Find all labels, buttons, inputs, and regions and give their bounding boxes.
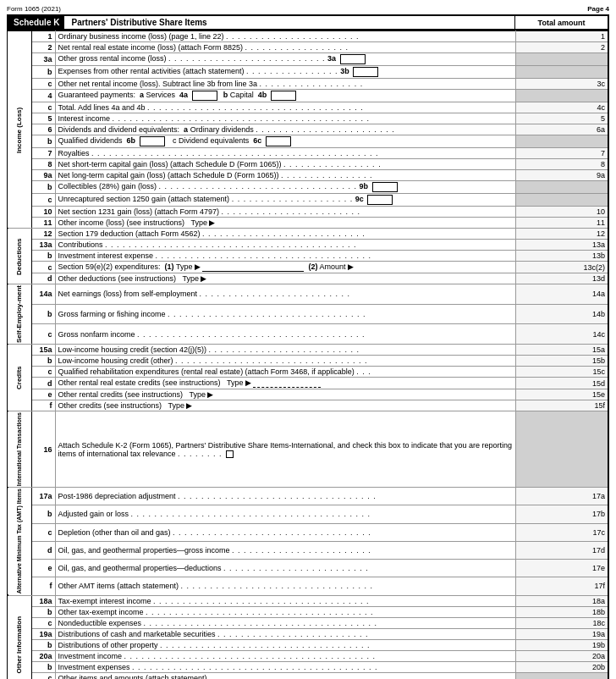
amount-1: 1 [515,31,608,42]
row-desc-16: Attach Schedule K-2 (Form 1065), Partner… [55,411,515,488]
row-num-7: 7 [31,148,55,159]
table-row: b Collectibles (28%) gain (loss) . . . .… [8,181,608,194]
input-9b[interactable] [372,182,398,192]
input-9c[interactable] [367,195,393,205]
section-credits-label: Credits [8,345,31,411]
input-3a[interactable] [340,54,366,64]
row-num-2: 2 [31,42,55,53]
row-num-13b: b [31,251,55,262]
table-row: c Total. Add lines 4a and 4b . . . . . .… [8,102,608,113]
row-desc-4: Guaranteed payments: a Services 4a b Cap… [55,90,515,102]
input-3b[interactable] [353,67,378,77]
row-desc-18a: Tax-exempt interest income . . . . . . .… [55,595,515,606]
table-row: Deductions 12 Section 179 deduction (att… [8,229,608,240]
table-row: Credits 15a Low-income housing credit (s… [8,345,608,356]
table-row: c Unrecaptured section 1250 gain (attach… [8,194,608,207]
page-number: Page 4 [587,5,609,13]
row-num-12: 12 [31,229,55,240]
table-row: c Section 59(e)(2) expenditures: (1) Typ… [8,262,608,273]
amount-3a [515,53,608,66]
row-num-17a: 17a [31,488,55,505]
table-row: 9a Net long-term capital gain (loss) (at… [8,170,608,181]
row-desc-19b: Distributions of other property . . . . … [55,639,515,650]
table-row: b Expenses from other rental activities … [8,66,608,79]
row-desc-10: Net section 1231 gain (loss) (attach For… [55,207,515,218]
row-desc-18c: Nondeductible expenses . . . . . . . . .… [55,617,515,628]
row-num-17e: e [31,560,55,577]
row-num-17b: b [31,505,55,523]
table-row: 6 Dividends and dividend equivalents: a … [8,124,608,135]
amount-6b [515,135,608,148]
schedule-k-title: Partners' Distributive Share Items [64,16,514,29]
amount-17c: 17c [515,523,608,541]
row-num-14a: 14a [31,284,55,305]
row-num-20a: 20a [31,650,55,661]
row-desc-17b: Adjusted gain or loss . . . . . . . . . … [55,505,515,523]
row-desc-20a: Investment income . . . . . . . . . . . … [55,650,515,661]
table-row: d Other deductions (see instructions) Ty… [8,273,608,284]
section-other-info-label: Other Information [8,595,31,679]
table-row: International Transactions 16 Attach Sch… [8,411,608,488]
amount-12: 12 [515,229,608,240]
checkbox-16[interactable] [226,450,234,458]
row-desc-14a: Net earnings (loss) from self-employment… [55,284,515,305]
row-num-3a: 3a [31,53,55,66]
row-num-3c: c [31,79,55,90]
row-desc-12: Section 179 deduction (attach Form 4562)… [55,229,515,240]
amount-14c: 14c [515,324,608,345]
row-num-6: 6 [31,124,55,135]
row-num-15d: d [31,378,55,389]
row-desc-8: Net short-term capital gain (loss) (atta… [55,159,515,170]
table-row: 20a Investment income . . . . . . . . . … [8,650,608,661]
row-desc-17c: Depletion (other than oil and gas) . . .… [55,523,515,541]
input-4b[interactable] [271,91,296,101]
main-table: Income (Loss) 1 Ordinary business income… [7,30,609,679]
amount-2: 2 [515,42,608,53]
amount-18c: 18c [515,617,608,628]
amount-8: 8 [515,159,608,170]
table-row: c Depletion (other than oil and gas) . .… [8,523,608,541]
row-num-15c: c [31,367,55,378]
table-row: b Low-income housing credit (other) . . … [8,356,608,367]
input-4a[interactable] [192,91,217,101]
table-row: b Distributions of other property . . . … [8,639,608,650]
amount-15f: 15f [515,400,608,411]
row-num-18c: c [31,617,55,628]
amount-17e: 17e [515,560,608,577]
input-6b[interactable] [140,136,165,146]
amount-19b: 19b [515,639,608,650]
amount-19a: 19a [515,628,608,639]
row-desc-15c: Qualified rehabilitation expenditures (r… [55,367,515,378]
amount-13d: 13d [515,273,608,284]
row-num-16: 16 [31,411,55,488]
table-row: b Adjusted gain or loss . . . . . . . . … [8,505,608,523]
amount-4c: 4c [515,102,608,113]
amount-13b: 13b [515,251,608,262]
table-row: 3a Other gross rental income (loss) . . … [8,53,608,66]
row-num-15e: e [31,389,55,400]
amount-3b [515,66,608,79]
row-desc-5: Interest income . . . . . . . . . . . . … [55,113,515,124]
row-desc-13a: Contributions . . . . . . . . . . . . . … [55,240,515,251]
amount-3c: 3c [515,79,608,90]
table-row: b Gross farming or fishing income . . . … [8,304,608,324]
row-desc-20b: Investment expenses . . . . . . . . . . … [55,661,515,672]
row-num-11: 11 [31,218,55,229]
row-desc-13c: Section 59(e)(2) expenditures: (1) Type … [55,262,515,273]
amount-20a: 20a [515,650,608,661]
row-desc-11: Other income (loss) (see instructions) T… [55,218,515,229]
row-desc-15f: Other credits (see instructions) Type ▶ [55,400,515,411]
row-desc-2: Net rental real estate income (loss) (at… [55,42,515,53]
table-row: 8 Net short-term capital gain (loss) (at… [8,159,608,170]
row-num-13d: d [31,273,55,284]
table-row: f Other AMT items (attach statement) . .… [8,577,608,595]
row-num-18b: b [31,606,55,617]
row-num-17d: d [31,541,55,559]
table-row: b Qualified dividends 6b c Dividend equi… [8,135,608,148]
amount-17d: 17d [515,541,608,559]
input-6c[interactable] [266,136,291,146]
table-row: 2 Net rental real estate income (loss) (… [8,42,608,53]
amount-15b: 15b [515,356,608,367]
row-num-20b: b [31,661,55,672]
row-desc-7: Royalties . . . . . . . . . . . . . . . … [55,148,515,159]
